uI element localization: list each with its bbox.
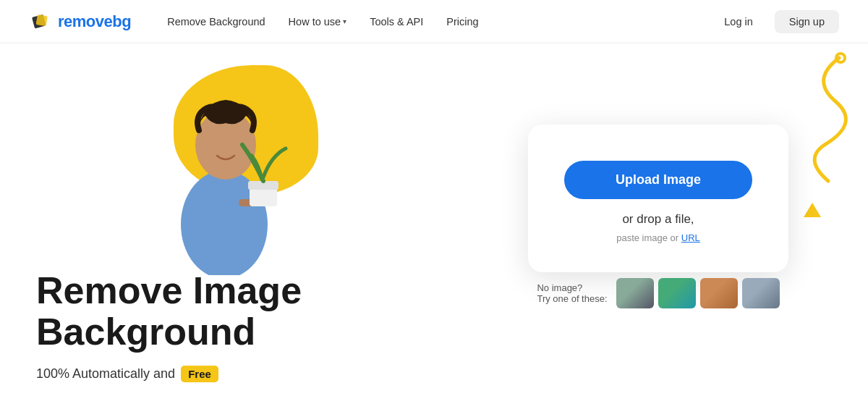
paste-text: paste image or URL: [616, 232, 700, 243]
logo-icon: [29, 10, 52, 33]
sample-thumb-car[interactable]: [700, 278, 738, 308]
drop-text: or drop a file,: [622, 212, 694, 227]
logo-text: removebg: [58, 12, 131, 31]
svg-rect-1: [36, 14, 48, 26]
hero-title: Remove Image Background: [36, 270, 302, 353]
nav-remove-background[interactable]: Remove Background: [157, 10, 275, 33]
squiggle-decoration: [796, 51, 854, 198]
nav-actions: Log in Sign up: [711, 10, 839, 33]
nav-pricing[interactable]: Pricing: [436, 10, 488, 33]
free-badge: Free: [181, 366, 218, 382]
hero-text: Remove Image Background 100% Automatical…: [36, 270, 302, 382]
upload-card: Upload Image or drop a file, paste image…: [528, 125, 788, 272]
svg-point-7: [836, 54, 845, 62]
triangle-decoration: [804, 203, 821, 220]
navbar: removebg Remove Background How to use ▾ …: [0, 0, 868, 43]
logo[interactable]: removebg: [29, 10, 131, 33]
chevron-down-icon: ▾: [343, 17, 346, 25]
sample-label: No image? Try one of these:: [537, 282, 607, 304]
url-link[interactable]: URL: [681, 232, 700, 243]
right-section: Upload Image or drop a file, paste image…: [448, 43, 868, 404]
nav-how-to-use[interactable]: How to use ▾: [278, 10, 357, 33]
sample-thumb-person[interactable]: [616, 278, 654, 308]
main-content: Remove Image Background 100% Automatical…: [0, 43, 868, 404]
login-button[interactable]: Log in: [711, 10, 766, 33]
left-section: Remove Image Background 100% Automatical…: [0, 43, 448, 404]
upload-image-button[interactable]: Upload Image: [564, 161, 752, 199]
nav-tools-api[interactable]: Tools & API: [359, 10, 433, 33]
signup-button[interactable]: Sign up: [775, 10, 839, 33]
sample-thumb-bird[interactable]: [658, 278, 696, 308]
person-illustration: [145, 58, 304, 275]
hero-image-area: [130, 51, 333, 275]
sample-thumbs: [616, 278, 780, 308]
sample-thumb-truck[interactable]: [742, 278, 780, 308]
hero-subtitle: 100% Automatically and Free: [36, 366, 302, 382]
sample-images-row: No image? Try one of these:: [537, 278, 779, 308]
nav-links: Remove Background How to use ▾ Tools & A…: [157, 10, 711, 33]
svg-marker-8: [804, 203, 821, 217]
